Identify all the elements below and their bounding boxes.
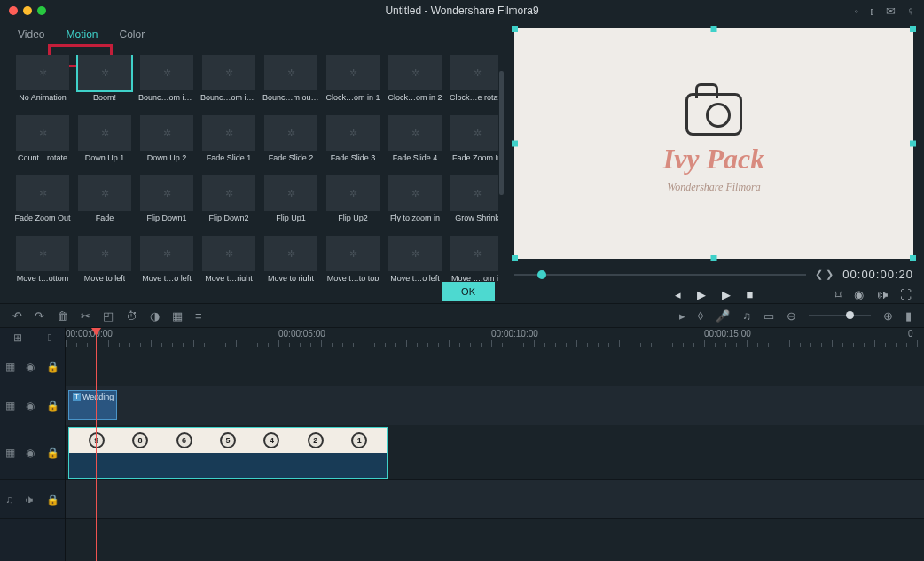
play-icon[interactable]: ▶ — [697, 288, 706, 301]
motion-preset[interactable]: ✲Move t…right — [199, 236, 259, 281]
window-maximize[interactable] — [37, 6, 46, 15]
resize-handle-tc[interactable] — [711, 26, 717, 32]
render-icon[interactable]: ▸ — [679, 309, 685, 323]
motion-preset[interactable]: ✲Clock…e rotate — [447, 55, 498, 108]
motion-preset[interactable]: ✲Fly to zoom in — [385, 175, 445, 229]
redo-icon[interactable]: ↷ — [35, 309, 44, 323]
seek-thumb[interactable] — [537, 270, 546, 279]
motion-preset[interactable]: ✲Move t…om in — [447, 236, 498, 281]
filmstrip-icon[interactable]: ▦ — [5, 361, 15, 373]
motion-preset[interactable]: ✲Clock…om in 1 — [323, 55, 383, 108]
motion-preset[interactable]: ✲Bounc…om in 2 — [199, 55, 259, 108]
resize-handle-mr[interactable] — [910, 141, 916, 147]
speed-icon[interactable]: ⏱ — [126, 309, 137, 323]
motion-preset[interactable]: ✲Fade Slide 1 — [199, 115, 259, 168]
track-1[interactable] — [66, 347, 924, 386]
record-icon[interactable]: 🎤 — [716, 309, 730, 323]
resize-handle-bl[interactable] — [512, 255, 518, 261]
resize-handle-ml[interactable] — [512, 141, 518, 147]
lock-icon[interactable]: 🔒 — [46, 494, 59, 506]
motion-preset[interactable]: ✲No Animation — [12, 55, 73, 108]
ok-button[interactable]: OK — [442, 282, 495, 301]
motion-preset[interactable]: ✲Fade Slide 2 — [261, 115, 321, 168]
preview-canvas[interactable]: Ivy Pack Wondershare Filmora — [514, 28, 913, 259]
window-minimize[interactable] — [23, 6, 32, 15]
time-ruler[interactable]: 00:00:00:0000:00:05:0000:00:10:0000:00:1… — [66, 328, 924, 347]
track-options[interactable]: ⊞ 𓏵 — [0, 328, 65, 347]
motion-preset[interactable]: ✲Move t…o left — [385, 236, 445, 281]
motion-preset[interactable]: ✲Grow Shrink — [447, 175, 498, 229]
zoom-fit-icon[interactable]: ▮ — [905, 309, 912, 323]
resize-handle-tr[interactable] — [910, 26, 916, 32]
tracks-area[interactable]: 00:00:00:0000:00:05:0000:00:10:0000:00:1… — [66, 328, 924, 561]
motion-preset[interactable]: ✲Move to left — [74, 236, 135, 281]
playhead[interactable] — [96, 328, 97, 561]
eye-icon[interactable]: ◉ — [26, 361, 35, 373]
zoom-out-icon[interactable]: ⊖ — [787, 309, 796, 323]
eye-icon[interactable]: ◉ — [26, 447, 35, 459]
motion-preset[interactable]: ✲Down Up 1 — [74, 115, 135, 168]
eye-icon[interactable]: ◉ — [26, 400, 35, 412]
motion-preset[interactable]: ✲Fade Slide 4 — [385, 115, 445, 168]
link-icon[interactable]: 𓏵 — [48, 331, 51, 344]
motion-preset[interactable]: ✲Move t…o left — [137, 236, 197, 281]
motion-preset[interactable]: ✲Fade Zoom In — [447, 115, 498, 168]
quality-icon[interactable]: ⌑ — [835, 288, 842, 301]
video-clip[interactable]: 9865421 — [68, 427, 388, 479]
motion-preset[interactable]: ✲Bounc…om in 1 — [137, 55, 197, 108]
cart-icon[interactable]: ⫾ — [869, 4, 875, 18]
track-3[interactable]: 9865421 — [66, 425, 924, 480]
text-clip[interactable]: T Wedding — [68, 390, 117, 420]
lock-icon[interactable]: 🔒 — [46, 361, 59, 373]
next-icon[interactable]: ▶ — [722, 288, 731, 301]
prev-frame-icon[interactable]: ❮ — [815, 269, 823, 280]
resize-handle-bc[interactable] — [711, 255, 717, 261]
motion-preset[interactable]: ✲Move t…ottom — [12, 236, 73, 281]
snapshot-icon[interactable]: ◉ — [854, 288, 864, 301]
motion-preset[interactable]: ✲Fade Zoom Out — [12, 175, 73, 229]
track-2[interactable]: T Wedding — [66, 386, 924, 425]
resize-handle-br[interactable] — [910, 255, 916, 261]
filmstrip-icon[interactable]: ▦ — [5, 447, 15, 459]
message-icon[interactable]: ✉ — [886, 4, 896, 18]
motion-preset[interactable]: ✲Count…rotate — [12, 115, 73, 168]
track-4[interactable] — [66, 480, 924, 519]
tab-video[interactable]: Video — [18, 28, 44, 46]
undo-icon[interactable]: ↶ — [12, 309, 22, 323]
filmstrip-icon[interactable]: ▦ — [5, 400, 15, 412]
window-close[interactable] — [9, 6, 18, 15]
next-frame-icon[interactable]: ❯ — [826, 269, 834, 280]
add-track-icon[interactable]: ⊞ — [13, 331, 22, 344]
music-icon[interactable]: ♫ — [5, 494, 13, 506]
zoom-thumb[interactable] — [846, 311, 854, 319]
zoom-in-icon[interactable]: ⊕ — [883, 309, 893, 323]
motion-preset[interactable]: ✲Move to right — [261, 236, 321, 281]
lock-icon[interactable]: 🔒 — [46, 447, 59, 459]
speaker-icon[interactable]: 🕩 — [24, 494, 35, 506]
motion-preset[interactable]: ✲Flip Down2 — [199, 175, 259, 229]
split-icon[interactable]: ✂ — [81, 309, 90, 323]
notification-icon[interactable]: ♀ — [906, 4, 915, 18]
motion-preset[interactable]: ✲Clock…om in 2 — [385, 55, 445, 108]
motion-preset[interactable]: ✲Fade Slide 3 — [323, 115, 383, 168]
stop-icon[interactable]: ■ — [747, 288, 754, 301]
crop-icon[interactable]: ◰ — [103, 309, 114, 323]
fullscreen-icon[interactable]: ⛶ — [900, 288, 912, 301]
delete-icon[interactable]: 🗑 — [57, 309, 68, 323]
motion-preset[interactable]: ✲Bounc…m out 1 — [261, 55, 321, 108]
motion-preset[interactable]: ✲Fade — [74, 175, 135, 229]
motion-preset[interactable]: ✲Down Up 2 — [137, 115, 197, 168]
seek-bar[interactable] — [514, 274, 806, 276]
view-icon[interactable]: ▭ — [763, 309, 774, 323]
prev-icon[interactable]: ◂ — [675, 288, 681, 301]
motion-preset[interactable]: ✲Flip Up2 — [323, 175, 383, 229]
adjust-icon[interactable]: ≡ — [195, 309, 202, 323]
zoom-slider[interactable] — [809, 315, 871, 316]
green-screen-icon[interactable]: ▦ — [172, 309, 183, 323]
account-icon[interactable]: ◦ — [855, 4, 859, 18]
color-icon[interactable]: ◑ — [150, 309, 160, 323]
resize-handle-tl[interactable] — [512, 26, 518, 32]
motion-preset[interactable]: ✲Boom! — [74, 55, 135, 108]
motion-preset[interactable]: ✲Flip Up1 — [261, 175, 321, 229]
tab-motion[interactable]: Motion — [66, 28, 98, 46]
